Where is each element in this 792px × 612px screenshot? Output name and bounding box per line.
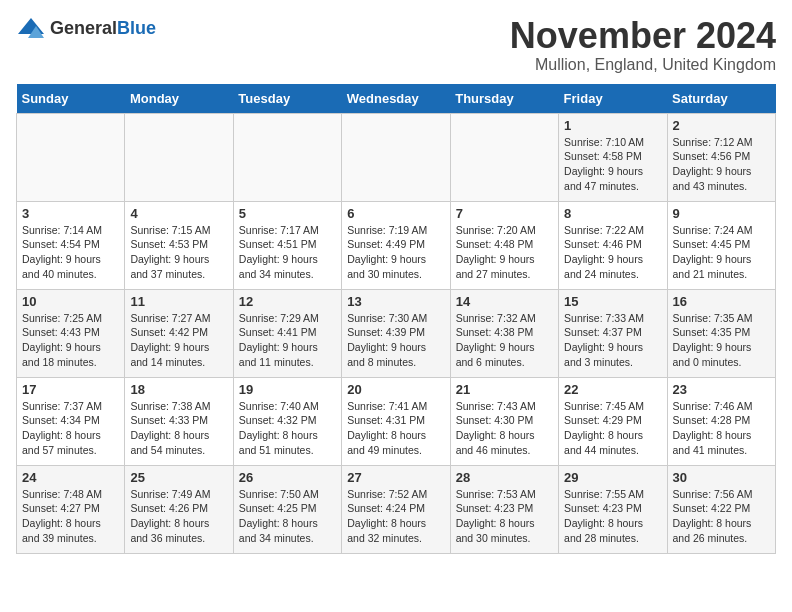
calendar-cell: [342, 113, 450, 201]
calendar-cell: 24Sunrise: 7:48 AM Sunset: 4:27 PM Dayli…: [17, 465, 125, 553]
calendar-table: SundayMondayTuesdayWednesdayThursdayFrid…: [16, 84, 776, 554]
calendar-cell: [233, 113, 341, 201]
day-info: Sunrise: 7:10 AM Sunset: 4:58 PM Dayligh…: [564, 135, 661, 194]
calendar-cell: 2Sunrise: 7:12 AM Sunset: 4:56 PM Daylig…: [667, 113, 775, 201]
calendar-cell: 1Sunrise: 7:10 AM Sunset: 4:58 PM Daylig…: [559, 113, 667, 201]
day-number: 25: [130, 470, 227, 485]
calendar-cell: 8Sunrise: 7:22 AM Sunset: 4:46 PM Daylig…: [559, 201, 667, 289]
calendar-cell: 18Sunrise: 7:38 AM Sunset: 4:33 PM Dayli…: [125, 377, 233, 465]
week-row-5: 24Sunrise: 7:48 AM Sunset: 4:27 PM Dayli…: [17, 465, 776, 553]
day-number: 18: [130, 382, 227, 397]
calendar-cell: 28Sunrise: 7:53 AM Sunset: 4:23 PM Dayli…: [450, 465, 558, 553]
calendar-cell: 7Sunrise: 7:20 AM Sunset: 4:48 PM Daylig…: [450, 201, 558, 289]
header-sunday: Sunday: [17, 84, 125, 114]
day-info: Sunrise: 7:49 AM Sunset: 4:26 PM Dayligh…: [130, 487, 227, 546]
title-area: November 2024 Mullion, England, United K…: [510, 16, 776, 74]
day-info: Sunrise: 7:20 AM Sunset: 4:48 PM Dayligh…: [456, 223, 553, 282]
day-number: 5: [239, 206, 336, 221]
day-info: Sunrise: 7:30 AM Sunset: 4:39 PM Dayligh…: [347, 311, 444, 370]
day-info: Sunrise: 7:15 AM Sunset: 4:53 PM Dayligh…: [130, 223, 227, 282]
calendar-cell: 17Sunrise: 7:37 AM Sunset: 4:34 PM Dayli…: [17, 377, 125, 465]
day-info: Sunrise: 7:29 AM Sunset: 4:41 PM Dayligh…: [239, 311, 336, 370]
calendar-cell: 15Sunrise: 7:33 AM Sunset: 4:37 PM Dayli…: [559, 289, 667, 377]
day-number: 3: [22, 206, 119, 221]
logo: GeneralBlue: [16, 16, 156, 40]
day-number: 21: [456, 382, 553, 397]
day-number: 10: [22, 294, 119, 309]
header-monday: Monday: [125, 84, 233, 114]
calendar-cell: [450, 113, 558, 201]
day-info: Sunrise: 7:19 AM Sunset: 4:49 PM Dayligh…: [347, 223, 444, 282]
header-tuesday: Tuesday: [233, 84, 341, 114]
day-info: Sunrise: 7:52 AM Sunset: 4:24 PM Dayligh…: [347, 487, 444, 546]
day-number: 22: [564, 382, 661, 397]
calendar-cell: 4Sunrise: 7:15 AM Sunset: 4:53 PM Daylig…: [125, 201, 233, 289]
day-number: 9: [673, 206, 770, 221]
day-number: 11: [130, 294, 227, 309]
calendar-cell: 20Sunrise: 7:41 AM Sunset: 4:31 PM Dayli…: [342, 377, 450, 465]
day-number: 27: [347, 470, 444, 485]
calendar-cell: 16Sunrise: 7:35 AM Sunset: 4:35 PM Dayli…: [667, 289, 775, 377]
day-info: Sunrise: 7:50 AM Sunset: 4:25 PM Dayligh…: [239, 487, 336, 546]
day-number: 29: [564, 470, 661, 485]
day-info: Sunrise: 7:53 AM Sunset: 4:23 PM Dayligh…: [456, 487, 553, 546]
header-friday: Friday: [559, 84, 667, 114]
day-info: Sunrise: 7:32 AM Sunset: 4:38 PM Dayligh…: [456, 311, 553, 370]
logo-blue: Blue: [117, 18, 156, 38]
day-number: 14: [456, 294, 553, 309]
day-info: Sunrise: 7:37 AM Sunset: 4:34 PM Dayligh…: [22, 399, 119, 458]
calendar-cell: 10Sunrise: 7:25 AM Sunset: 4:43 PM Dayli…: [17, 289, 125, 377]
day-info: Sunrise: 7:35 AM Sunset: 4:35 PM Dayligh…: [673, 311, 770, 370]
calendar-cell: 29Sunrise: 7:55 AM Sunset: 4:23 PM Dayli…: [559, 465, 667, 553]
calendar-cell: 3Sunrise: 7:14 AM Sunset: 4:54 PM Daylig…: [17, 201, 125, 289]
day-number: 2: [673, 118, 770, 133]
day-info: Sunrise: 7:25 AM Sunset: 4:43 PM Dayligh…: [22, 311, 119, 370]
day-number: 26: [239, 470, 336, 485]
day-number: 12: [239, 294, 336, 309]
week-row-2: 3Sunrise: 7:14 AM Sunset: 4:54 PM Daylig…: [17, 201, 776, 289]
day-info: Sunrise: 7:17 AM Sunset: 4:51 PM Dayligh…: [239, 223, 336, 282]
day-info: Sunrise: 7:40 AM Sunset: 4:32 PM Dayligh…: [239, 399, 336, 458]
calendar-cell: 23Sunrise: 7:46 AM Sunset: 4:28 PM Dayli…: [667, 377, 775, 465]
calendar-cell: 13Sunrise: 7:30 AM Sunset: 4:39 PM Dayli…: [342, 289, 450, 377]
calendar-cell: 26Sunrise: 7:50 AM Sunset: 4:25 PM Dayli…: [233, 465, 341, 553]
calendar-cell: 19Sunrise: 7:40 AM Sunset: 4:32 PM Dayli…: [233, 377, 341, 465]
calendar-cell: 9Sunrise: 7:24 AM Sunset: 4:45 PM Daylig…: [667, 201, 775, 289]
day-info: Sunrise: 7:27 AM Sunset: 4:42 PM Dayligh…: [130, 311, 227, 370]
calendar-cell: 27Sunrise: 7:52 AM Sunset: 4:24 PM Dayli…: [342, 465, 450, 553]
calendar-cell: 14Sunrise: 7:32 AM Sunset: 4:38 PM Dayli…: [450, 289, 558, 377]
day-number: 8: [564, 206, 661, 221]
day-number: 28: [456, 470, 553, 485]
calendar-cell: 11Sunrise: 7:27 AM Sunset: 4:42 PM Dayli…: [125, 289, 233, 377]
day-info: Sunrise: 7:22 AM Sunset: 4:46 PM Dayligh…: [564, 223, 661, 282]
calendar-cell: [125, 113, 233, 201]
day-info: Sunrise: 7:55 AM Sunset: 4:23 PM Dayligh…: [564, 487, 661, 546]
day-number: 4: [130, 206, 227, 221]
day-number: 30: [673, 470, 770, 485]
calendar-cell: 12Sunrise: 7:29 AM Sunset: 4:41 PM Dayli…: [233, 289, 341, 377]
logo-icon: [16, 16, 46, 40]
calendar-cell: [17, 113, 125, 201]
week-row-4: 17Sunrise: 7:37 AM Sunset: 4:34 PM Dayli…: [17, 377, 776, 465]
day-number: 7: [456, 206, 553, 221]
calendar-cell: 25Sunrise: 7:49 AM Sunset: 4:26 PM Dayli…: [125, 465, 233, 553]
calendar-cell: 21Sunrise: 7:43 AM Sunset: 4:30 PM Dayli…: [450, 377, 558, 465]
day-info: Sunrise: 7:24 AM Sunset: 4:45 PM Dayligh…: [673, 223, 770, 282]
day-number: 6: [347, 206, 444, 221]
day-info: Sunrise: 7:41 AM Sunset: 4:31 PM Dayligh…: [347, 399, 444, 458]
day-info: Sunrise: 7:43 AM Sunset: 4:30 PM Dayligh…: [456, 399, 553, 458]
calendar-cell: 5Sunrise: 7:17 AM Sunset: 4:51 PM Daylig…: [233, 201, 341, 289]
day-info: Sunrise: 7:48 AM Sunset: 4:27 PM Dayligh…: [22, 487, 119, 546]
header: GeneralBlue November 2024 Mullion, Engla…: [16, 16, 776, 74]
location: Mullion, England, United Kingdom: [510, 56, 776, 74]
day-info: Sunrise: 7:45 AM Sunset: 4:29 PM Dayligh…: [564, 399, 661, 458]
day-number: 16: [673, 294, 770, 309]
day-number: 1: [564, 118, 661, 133]
header-saturday: Saturday: [667, 84, 775, 114]
day-number: 17: [22, 382, 119, 397]
header-thursday: Thursday: [450, 84, 558, 114]
week-row-1: 1Sunrise: 7:10 AM Sunset: 4:58 PM Daylig…: [17, 113, 776, 201]
weekday-header-row: SundayMondayTuesdayWednesdayThursdayFrid…: [17, 84, 776, 114]
svg-marker-0: [18, 18, 44, 34]
header-wednesday: Wednesday: [342, 84, 450, 114]
